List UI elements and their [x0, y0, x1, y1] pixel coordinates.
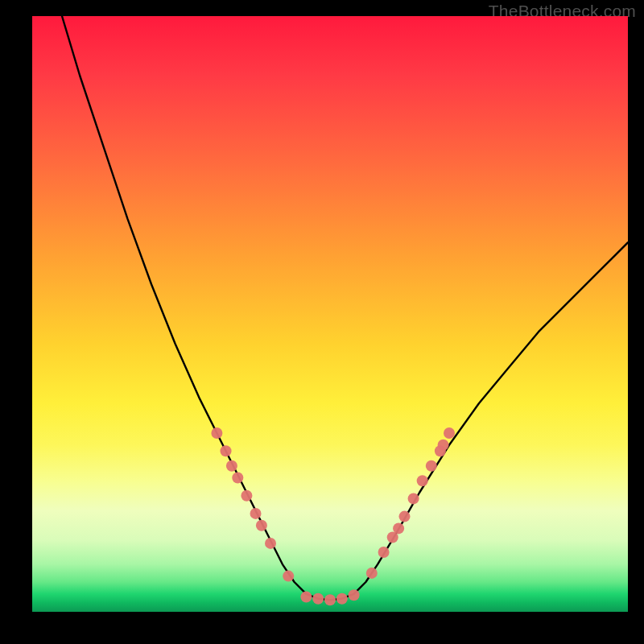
- bottleneck-curve-path: [62, 16, 628, 600]
- data-marker: [312, 593, 324, 605]
- data-marker: [232, 473, 243, 484]
- data-marker: [399, 511, 411, 522]
- data-marker: [444, 427, 455, 439]
- data-marker: [417, 475, 428, 486]
- data-marker: [221, 445, 232, 456]
- data-marker: [336, 593, 348, 605]
- data-marker: [426, 460, 437, 472]
- data-marker: [366, 568, 378, 579]
- bottleneck-curve: [62, 16, 628, 600]
- data-marker: [283, 571, 294, 582]
- data-marker: [250, 508, 262, 519]
- data-marker: [241, 490, 252, 502]
- data-marker: [265, 538, 276, 549]
- data-marker: [226, 460, 237, 472]
- data-marker: [349, 589, 360, 601]
- data-marker: [393, 522, 404, 534]
- data-marker: [438, 440, 449, 451]
- chart-frame: TheBottleneck.com: [0, 0, 644, 644]
- data-marker: [256, 520, 267, 531]
- chart-svg: [32, 16, 628, 612]
- data-marker: [408, 493, 419, 504]
- data-marker: [300, 592, 312, 603]
- data-markers: [211, 427, 455, 605]
- data-marker: [378, 547, 390, 558]
- data-marker: [211, 427, 222, 439]
- plot-area: [32, 16, 628, 612]
- data-marker: [324, 594, 336, 605]
